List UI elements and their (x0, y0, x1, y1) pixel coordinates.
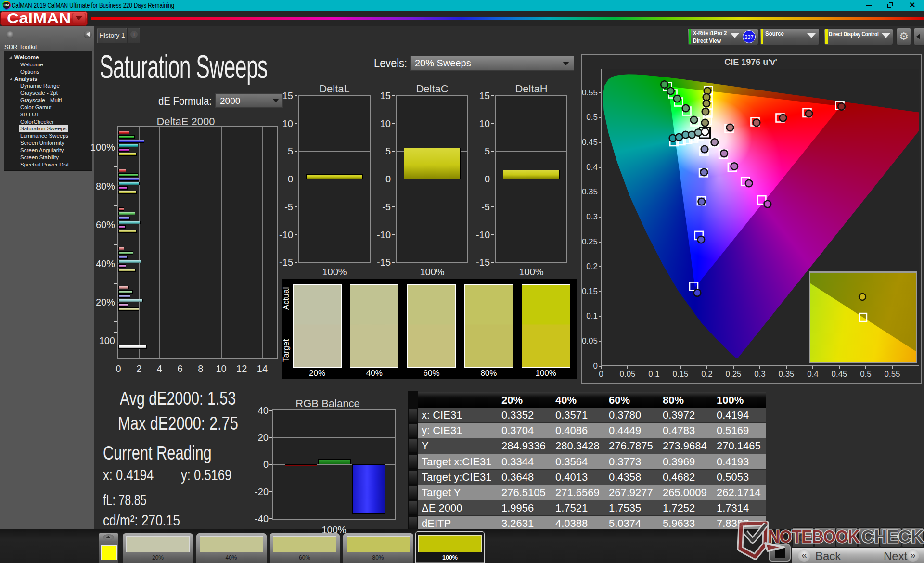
svg-text:CHECK: CHECK (861, 527, 924, 547)
svg-text:NOTEBOOK: NOTEBOOK (768, 526, 860, 546)
